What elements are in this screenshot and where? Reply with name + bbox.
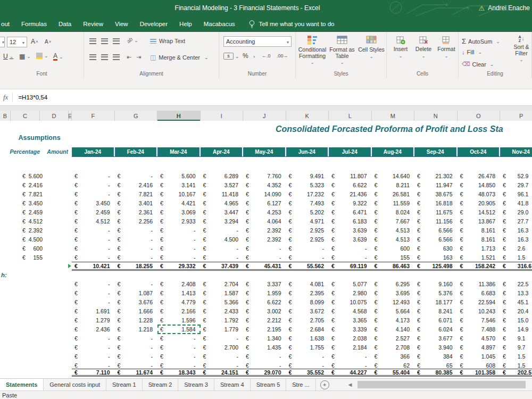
cell[interactable]: €22.594	[458, 298, 501, 307]
decrease-indent-button[interactable]: ⇤	[127, 54, 131, 61]
cell[interactable]: €4.513	[372, 235, 415, 244]
cell[interactable]: €2.212	[243, 316, 286, 325]
assumption-amount-cell[interactable]: €5.600	[22, 172, 43, 181]
horizontal-scrollbar[interactable]: ◀	[346, 379, 532, 390]
assumption-amount-cell[interactable]: €155	[22, 253, 43, 262]
number-format-combo[interactable]: Accounting	[223, 36, 292, 47]
cell[interactable]: €-	[329, 352, 372, 361]
month-header-cell[interactable]: Sep-24	[414, 147, 456, 156]
cell[interactable]: €7.821	[115, 190, 158, 199]
cell[interactable]: €16.3	[500, 226, 532, 235]
cell[interactable]: €18.255	[115, 262, 158, 269]
month-header-cell[interactable]: Feb-24	[115, 147, 157, 156]
cell[interactable]: €2.166	[157, 307, 201, 316]
ribbon-tab-macabacus[interactable]: Macabacus	[198, 16, 241, 32]
cell[interactable]: €5.664	[372, 307, 415, 316]
column-header-F[interactable]: F	[72, 111, 115, 121]
cell[interactable]: €-	[157, 352, 201, 361]
cell[interactable]: €1.666	[115, 307, 158, 316]
cell[interactable]: €4.897	[458, 343, 501, 352]
merge-center-button[interactable]: ◫ Merge & Center	[150, 54, 209, 61]
cell[interactable]: €3.639	[329, 226, 372, 235]
cell[interactable]: €4.173	[372, 316, 415, 325]
cell[interactable]: €2.395	[286, 289, 329, 298]
cell[interactable]: €5.376	[414, 289, 458, 298]
sheet-tab-stre-[interactable]: Stre ...	[286, 379, 315, 390]
cell[interactable]: €1.596	[157, 316, 201, 325]
cell[interactable]: €155	[372, 253, 415, 262]
cell[interactable]: €3.337	[243, 280, 286, 289]
font-size-combo[interactable]: 12	[7, 37, 27, 47]
column-header-O[interactable]: O	[458, 111, 501, 121]
cell[interactable]: €-	[157, 334, 201, 343]
cell[interactable]: €2.925	[286, 226, 329, 235]
cell[interactable]: €-	[243, 253, 286, 262]
cell[interactable]: €-	[115, 226, 158, 235]
cell[interactable]: €5.077	[329, 280, 372, 289]
column-header-K[interactable]: K	[286, 111, 329, 121]
assumption-amount-cell[interactable]: €4.500	[22, 235, 43, 244]
cell[interactable]: €1.435	[243, 343, 286, 352]
cell[interactable]: €48.073	[458, 190, 501, 199]
cell[interactable]: €1.521	[458, 253, 501, 262]
cell-styles-button[interactable]: Cell Styles	[358, 35, 385, 60]
assumption-amount-cell[interactable]: €600	[22, 244, 43, 253]
cell[interactable]: €4.421	[157, 199, 201, 208]
cell[interactable]: €16.3	[500, 235, 532, 244]
cell[interactable]: €3.401	[115, 199, 158, 208]
cell[interactable]: €9.160	[414, 280, 458, 289]
column-header-J[interactable]: J	[243, 111, 286, 121]
month-header-cell[interactable]: Apr-24	[201, 147, 243, 156]
cell[interactable]: €4.140	[372, 325, 415, 334]
cell[interactable]: €-	[157, 226, 201, 235]
column-header-B[interactable]: B	[0, 111, 11, 121]
ribbon-tab-out[interactable]: out	[0, 16, 15, 32]
cell[interactable]: €2.184	[329, 343, 372, 352]
ribbon-tab-data[interactable]: Data	[53, 16, 77, 32]
cell[interactable]: €-	[72, 298, 115, 307]
ribbon-tab-help[interactable]: Help	[173, 16, 198, 32]
cell[interactable]: €55.562	[286, 262, 329, 269]
cell[interactable]: €-	[157, 343, 201, 352]
cell[interactable]: €13.3	[500, 289, 532, 298]
cell[interactable]: €8.161	[458, 235, 501, 244]
cell[interactable]: €-	[286, 244, 329, 253]
cell[interactable]: €2.527	[372, 334, 415, 343]
cell[interactable]: €10.243	[458, 307, 501, 316]
fill-color-button[interactable]	[36, 53, 48, 59]
cell[interactable]: €6.566	[414, 226, 458, 235]
cell[interactable]: €2.700	[201, 343, 244, 352]
wrap-text-button[interactable]: Wrap Text	[150, 38, 185, 44]
cell[interactable]: €-	[115, 235, 158, 244]
cell[interactable]: €2.392	[243, 226, 286, 235]
ribbon-tab-developer[interactable]: Developer	[134, 16, 173, 32]
cell[interactable]: €2.416	[115, 181, 158, 190]
cell[interactable]: €10.075	[329, 298, 372, 307]
autosum-button[interactable]: Σ AutoSum	[462, 37, 500, 45]
cell[interactable]: €14.512	[458, 208, 501, 217]
cell[interactable]: €5.600	[157, 172, 201, 181]
column-header-M[interactable]: M	[372, 111, 415, 121]
assumption-amount-cell[interactable]: €2.392	[22, 226, 43, 235]
orientation-button[interactable]: ab	[127, 37, 138, 43]
cell[interactable]: €3.447	[201, 208, 244, 217]
assumption-amount-cell[interactable]: €4.512	[22, 217, 43, 226]
cell[interactable]: €-	[286, 253, 329, 262]
cell[interactable]: €8.024	[372, 208, 415, 217]
cell[interactable]: €3.365	[329, 316, 372, 325]
cell[interactable]: €11.418	[201, 190, 244, 199]
cell[interactable]: €2.038	[329, 334, 372, 343]
cell[interactable]: €6.683	[458, 289, 501, 298]
cell[interactable]: €1.713	[458, 244, 501, 253]
cell[interactable]: €-	[157, 244, 201, 253]
cell[interactable]: €-	[329, 253, 372, 262]
cell[interactable]: €6.127	[243, 199, 286, 208]
cell[interactable]: €-	[115, 244, 158, 253]
cell[interactable]: €1.587	[201, 289, 244, 298]
cell[interactable]: €-	[72, 280, 115, 289]
cell[interactable]: €52.9	[500, 172, 532, 181]
cell[interactable]: €2.433	[201, 307, 244, 316]
underline-button[interactable]: U	[3, 53, 13, 60]
percent-style-button[interactable]: %	[243, 52, 248, 60]
ribbon-tab-review[interactable]: Review	[77, 16, 109, 32]
